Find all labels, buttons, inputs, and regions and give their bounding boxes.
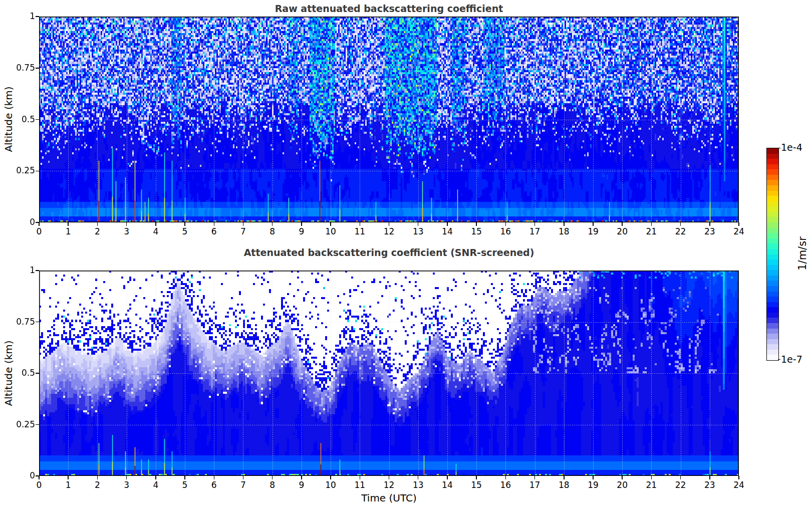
y-tick-label: 1 bbox=[4, 11, 35, 21]
colorbar-units-label: 1/m/sr bbox=[796, 236, 808, 271]
x-tick-label: 15 bbox=[471, 480, 482, 490]
y-tick bbox=[36, 475, 39, 476]
x-tick bbox=[214, 222, 215, 226]
x-tick bbox=[651, 222, 652, 226]
figure: Raw attenuated backscattering coefficien… bbox=[0, 0, 812, 511]
x-tick bbox=[476, 222, 477, 226]
y-tick bbox=[36, 373, 39, 374]
x-tick-label: 20 bbox=[617, 226, 628, 236]
x-tick-label: 10 bbox=[325, 226, 336, 236]
x-tick-label: 2 bbox=[95, 480, 100, 490]
x-tick-label: 18 bbox=[559, 480, 570, 490]
x-tick-label: 11 bbox=[354, 226, 365, 236]
y-tick-label: 0.5 bbox=[4, 368, 35, 378]
x-tick bbox=[39, 222, 40, 226]
colorbar-min-label: 1e-7 bbox=[781, 354, 802, 365]
x-tick-label: 7 bbox=[240, 480, 246, 490]
x-axis-label: Time (UTC) bbox=[39, 492, 739, 504]
x-tick-label: 24 bbox=[733, 226, 744, 236]
y-tick bbox=[36, 322, 39, 323]
x-tick-label: 24 bbox=[733, 480, 744, 490]
y-tick-label: 0 bbox=[4, 217, 35, 227]
colorbar-max-label: 1e-4 bbox=[781, 142, 802, 153]
x-tick bbox=[389, 222, 390, 226]
x-tick-label: 7 bbox=[240, 226, 246, 236]
colorbar-bottom-tick bbox=[778, 359, 780, 360]
y-tick bbox=[36, 16, 39, 17]
x-tick bbox=[184, 222, 185, 226]
screened-heatmap-grid-overlay bbox=[39, 271, 739, 476]
x-tick bbox=[593, 222, 594, 226]
x-tick bbox=[534, 476, 535, 479]
x-tick bbox=[622, 222, 623, 226]
x-tick-label: 8 bbox=[269, 480, 275, 490]
x-tick bbox=[360, 476, 361, 479]
x-tick bbox=[476, 476, 477, 479]
x-tick bbox=[301, 476, 302, 479]
y-tick-label: 0.75 bbox=[4, 317, 35, 327]
x-tick-label: 9 bbox=[299, 480, 304, 490]
y-tick-label: 1 bbox=[4, 265, 35, 275]
x-tick bbox=[272, 476, 273, 479]
x-tick bbox=[39, 476, 40, 479]
x-tick-label: 1 bbox=[66, 226, 71, 236]
x-tick-label: 12 bbox=[384, 226, 395, 236]
x-tick bbox=[418, 476, 419, 479]
x-tick bbox=[155, 476, 156, 479]
x-tick-label: 6 bbox=[211, 480, 217, 490]
x-tick bbox=[214, 476, 215, 479]
x-tick bbox=[564, 222, 565, 226]
x-tick-label: 2 bbox=[95, 226, 100, 236]
x-tick bbox=[360, 222, 361, 226]
x-tick-label: 23 bbox=[704, 480, 715, 490]
x-tick-label: 18 bbox=[559, 226, 570, 236]
x-tick bbox=[97, 222, 98, 226]
x-tick-label: 5 bbox=[182, 480, 188, 490]
x-tick bbox=[418, 222, 419, 226]
x-tick-label: 10 bbox=[325, 480, 336, 490]
raw-heatmap-grid-overlay bbox=[39, 17, 739, 222]
y-tick-label: 0.75 bbox=[4, 63, 35, 73]
x-tick-label: 9 bbox=[299, 226, 304, 236]
y-tick bbox=[36, 171, 39, 172]
x-tick bbox=[505, 476, 506, 479]
x-tick bbox=[622, 476, 623, 479]
y-tick bbox=[36, 424, 39, 425]
x-tick-label: 14 bbox=[442, 226, 453, 236]
y-tick-label: 0.25 bbox=[4, 165, 35, 175]
x-tick bbox=[184, 476, 185, 479]
x-tick-label: 15 bbox=[471, 226, 482, 236]
x-tick-label: 0 bbox=[37, 226, 42, 236]
x-tick-label: 3 bbox=[124, 226, 129, 236]
x-tick-label: 22 bbox=[675, 226, 686, 236]
y-tick bbox=[36, 270, 39, 271]
x-tick bbox=[389, 476, 390, 479]
x-tick-label: 4 bbox=[153, 226, 158, 236]
x-tick-label: 23 bbox=[704, 226, 715, 236]
x-tick bbox=[272, 222, 273, 226]
x-tick-label: 19 bbox=[588, 480, 599, 490]
x-tick bbox=[68, 222, 69, 226]
x-tick bbox=[68, 476, 69, 479]
x-tick bbox=[738, 476, 739, 479]
y-tick bbox=[36, 68, 39, 69]
x-tick bbox=[564, 476, 565, 479]
x-tick-label: 22 bbox=[675, 480, 686, 490]
x-tick-label: 17 bbox=[529, 480, 540, 490]
x-tick bbox=[680, 222, 681, 226]
x-tick bbox=[505, 222, 506, 226]
x-tick-label: 14 bbox=[442, 480, 453, 490]
x-tick-label: 5 bbox=[182, 226, 188, 236]
colorbar-gradient bbox=[766, 148, 779, 361]
x-tick bbox=[330, 476, 331, 479]
x-tick bbox=[593, 476, 594, 479]
x-tick-label: 12 bbox=[384, 480, 395, 490]
y-tick bbox=[36, 119, 39, 120]
y-tick-label: 0.5 bbox=[4, 114, 35, 124]
x-tick bbox=[155, 222, 156, 226]
screened-panel-title: Attenuated backscattering coefficient (S… bbox=[39, 247, 739, 258]
colorbar-top-tick bbox=[778, 148, 780, 149]
x-tick bbox=[709, 476, 710, 479]
x-tick-label: 21 bbox=[646, 226, 657, 236]
x-tick bbox=[243, 222, 244, 226]
